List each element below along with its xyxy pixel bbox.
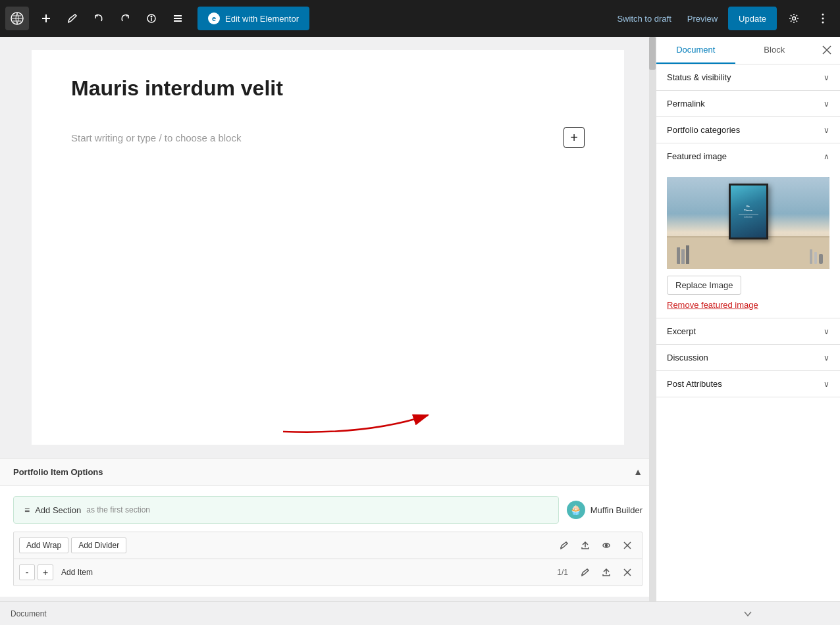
replace-image-button[interactable]: Replace Image	[667, 276, 741, 295]
svg-point-10	[822, 14, 824, 16]
featured-image-preview[interactable]: BeTheme Collection	[667, 177, 829, 269]
placeholder-text: Start writing or type / to choose a bloc…	[71, 132, 241, 143]
add-divider-button[interactable]: Add Divider	[71, 538, 126, 553]
remove-featured-image-link[interactable]: Remove featured image	[667, 300, 829, 310]
wrap-row: Add Wrap Add Divider	[13, 532, 643, 586]
bottom-bar: Document	[0, 601, 656, 625]
item-count: 1/1	[552, 568, 573, 577]
more-options-button[interactable]	[811, 7, 835, 30]
tab-document[interactable]: Document	[656, 37, 735, 64]
svg-rect-2	[45, 14, 47, 22]
svg-point-12	[822, 22, 824, 24]
close-sidebar-button[interactable]	[814, 37, 840, 63]
wrap-close-button[interactable]	[618, 536, 637, 555]
edit-mode-button[interactable]	[61, 7, 84, 30]
list-view-button[interactable]	[166, 7, 190, 30]
add-section-label: Add Section	[35, 505, 81, 515]
svg-point-9	[793, 17, 796, 20]
muffin-builder-label: Muffin Builder	[591, 505, 643, 515]
portfolio-header: Portfolio Item Options ▲	[0, 459, 656, 486]
item-row: - + Add Item 1/1	[14, 559, 642, 586]
elementor-icon: e	[208, 12, 220, 24]
builder-row: ≡ Add Section as the first section 🧁 Muf…	[13, 496, 643, 524]
panel-discussion-label: Discussion	[667, 353, 708, 362]
panel-permalink-label: Permalink	[667, 99, 705, 109]
portfolio-options: Portfolio Item Options ▲ ≡ Add Section a…	[0, 458, 656, 597]
item-close-button[interactable]	[618, 563, 637, 582]
bottom-bar-label: Document	[11, 609, 47, 618]
panel-portfolio-categories-chevron: ∨	[824, 126, 829, 135]
panel-portfolio-categories: Portfolio categories ∨	[656, 117, 840, 143]
undo-button[interactable]	[87, 7, 111, 30]
section-icon: ≡	[24, 505, 30, 515]
svg-rect-6	[174, 15, 182, 16]
svg-point-5	[151, 16, 152, 17]
panel-excerpt-chevron: ∨	[824, 327, 829, 336]
wordpress-logo[interactable]	[5, 7, 29, 30]
elementor-btn-label: Edit with Elementor	[225, 14, 299, 24]
add-item-label: Add Item	[56, 568, 549, 577]
editor-scrollbar[interactable]	[649, 37, 656, 625]
item-plus-button[interactable]: +	[38, 564, 53, 580]
panel-discussion-chevron: ∨	[824, 353, 829, 362]
muffin-icon: 🧁	[567, 501, 585, 519]
block-placeholder: Start writing or type / to choose a bloc…	[71, 120, 585, 155]
svg-point-11	[822, 18, 824, 20]
panel-featured-image-label: Featured image	[667, 151, 727, 161]
main-layout: Mauris interdum velit Start writing or t…	[0, 37, 840, 625]
preview-button[interactable]: Preview	[682, 14, 723, 24]
panel-discussion-header[interactable]: Discussion ∨	[656, 345, 840, 370]
panel-featured-image-header[interactable]: Featured image ∧	[656, 143, 840, 169]
toolbar-right: Switch to draft Preview Update	[612, 7, 835, 30]
switch-to-draft-button[interactable]: Switch to draft	[612, 14, 676, 24]
wrap-eye-button[interactable]	[597, 536, 616, 555]
panel-status-visibility-header[interactable]: Status & visibility ∨	[656, 64, 840, 90]
add-block-button[interactable]	[34, 7, 58, 30]
edit-with-elementor-button[interactable]: e Edit with Elementor	[197, 7, 309, 30]
portfolio-title: Portfolio Item Options	[13, 467, 103, 477]
panel-permalink-chevron: ∨	[824, 99, 829, 109]
wrap-share-button[interactable]	[576, 536, 594, 555]
panel-post-attributes: Post Attributes ∨	[656, 371, 840, 397]
sidebar: Document Block Status & visibility ∨ Per…	[656, 37, 840, 625]
panel-portfolio-categories-header[interactable]: Portfolio categories ∨	[656, 117, 840, 143]
panel-featured-image: Featured image ∧	[656, 143, 840, 318]
portfolio-collapse-button[interactable]: ▲	[633, 466, 643, 477]
panel-permalink-header[interactable]: Permalink ∨	[656, 91, 840, 116]
panel-featured-image-body: BeTheme Collection	[656, 169, 840, 318]
svg-rect-7	[174, 18, 182, 19]
panel-excerpt: Excerpt ∨	[656, 318, 840, 345]
panel-featured-image-chevron: ∧	[824, 152, 829, 161]
panel-post-attributes-chevron: ∨	[824, 380, 829, 389]
item-edit-button[interactable]	[576, 563, 594, 582]
panel-status-visibility-chevron: ∨	[824, 73, 829, 82]
portfolio-body: ≡ Add Section as the first section 🧁 Muf…	[0, 486, 656, 597]
add-wrap-button[interactable]: Add Wrap	[19, 538, 68, 553]
item-minus-button[interactable]: -	[19, 564, 35, 580]
wrap-toolbar: Add Wrap Add Divider	[14, 532, 642, 559]
svg-point-15	[606, 545, 608, 547]
editor-canvas: Mauris interdum velit Start writing or t…	[32, 50, 624, 445]
item-share-button[interactable]	[597, 563, 616, 582]
update-button[interactable]: Update	[728, 7, 777, 30]
tab-block[interactable]: Block	[735, 37, 814, 64]
panel-excerpt-header[interactable]: Excerpt ∨	[656, 318, 840, 344]
wrap-edit-button[interactable]	[555, 536, 573, 555]
redo-button[interactable]	[113, 7, 137, 30]
add-block-inline-button[interactable]: +	[564, 127, 585, 148]
panel-post-attributes-header[interactable]: Post Attributes ∨	[656, 371, 840, 397]
sidebar-tabs: Document Block	[656, 37, 840, 64]
add-section-bar[interactable]: ≡ Add Section as the first section	[13, 496, 559, 524]
info-button[interactable]	[140, 7, 163, 30]
post-title[interactable]: Mauris interdum velit	[71, 76, 585, 101]
editor-area: Mauris interdum velit Start writing or t…	[0, 37, 656, 625]
panel-excerpt-label: Excerpt	[667, 326, 696, 336]
panel-post-attributes-label: Post Attributes	[667, 379, 722, 389]
settings-button[interactable]	[782, 7, 806, 30]
first-section-text: as the first section	[86, 505, 150, 514]
panel-status-visibility: Status & visibility ∨	[656, 64, 840, 91]
top-toolbar: e Edit with Elementor Switch to draft Pr…	[0, 0, 840, 37]
svg-rect-8	[174, 20, 182, 22]
editor-scrollbar-thumb[interactable]	[649, 37, 656, 70]
panel-permalink: Permalink ∨	[656, 91, 840, 117]
